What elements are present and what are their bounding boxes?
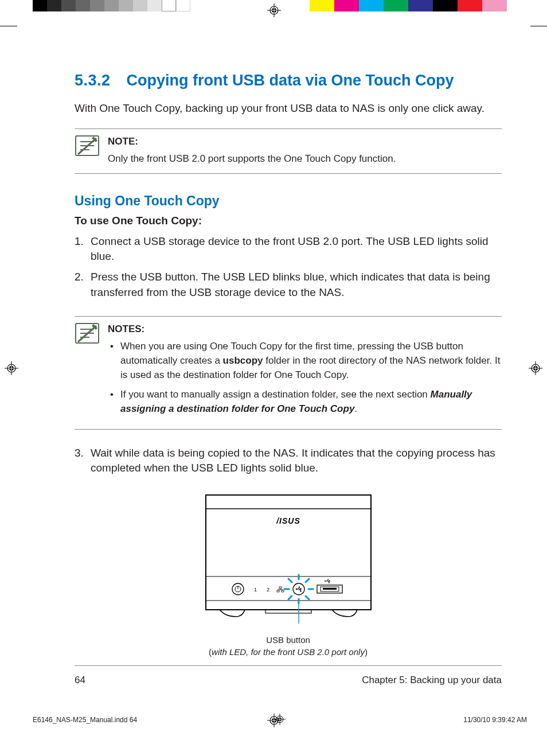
note-label: NOTE: bbox=[108, 135, 502, 149]
printer-grayscale-bar bbox=[33, 0, 205, 11]
slug-datetime: 11/30/10 9:39:42 AM bbox=[463, 716, 527, 724]
step-item: Connect a USB storage device to the fron… bbox=[75, 234, 502, 264]
note-icon bbox=[75, 135, 100, 158]
notes-bullet: When you are using One Touch Copy for th… bbox=[108, 340, 502, 382]
notes-label: NOTES: bbox=[108, 322, 502, 337]
registration-mark-icon bbox=[274, 714, 286, 727]
section-number: 5.3.2 bbox=[75, 72, 111, 89]
callout-subtitle: with LED, for the front USB 2.0 port onl… bbox=[212, 647, 365, 657]
illustration-callout: USB button (with LED, for the front USB … bbox=[75, 634, 502, 658]
print-slug: E6146_NAS-M25_Manual.indd 64 11/30/10 9:… bbox=[33, 716, 527, 724]
registration-mark-icon bbox=[5, 361, 18, 375]
note-block: NOTE: Only the front USB 2.0 port suppor… bbox=[75, 128, 502, 174]
device-illustration: /ISUS 1 2 bbox=[202, 492, 374, 623]
slug-filename: E6146_NAS-M25_Manual.indd 64 bbox=[33, 716, 137, 724]
callout-title: USB button bbox=[75, 634, 502, 646]
registration-mark-icon bbox=[267, 3, 281, 17]
steps-list: Connect a USB storage device to the fron… bbox=[75, 234, 502, 300]
chapter-label: Chapter 5: Backing up your data bbox=[362, 675, 502, 686]
page-content: 5.3.2Copying front USB data via One Touc… bbox=[75, 72, 502, 658]
page-number: 64 bbox=[75, 675, 85, 686]
steps-list-continued: Wait while data is being copied to the N… bbox=[75, 446, 502, 476]
note-text: Only the front USB 2.0 port supports the… bbox=[108, 152, 502, 166]
registration-mark-icon bbox=[529, 361, 542, 375]
svg-text:2: 2 bbox=[267, 587, 269, 593]
svg-text:/ISUS: /ISUS bbox=[276, 516, 300, 525]
footer-rule bbox=[75, 665, 502, 666]
printer-color-bar bbox=[310, 0, 532, 11]
svg-rect-72 bbox=[323, 588, 337, 590]
notes-bullet: If you want to manually assign a destina… bbox=[108, 388, 502, 416]
subsection-heading: Using One Touch Copy bbox=[75, 193, 502, 209]
section-heading: 5.3.2Copying front USB data via One Touc… bbox=[75, 72, 502, 89]
crop-mark bbox=[0, 26, 17, 26]
svg-rect-67 bbox=[327, 579, 329, 580]
page-footer: 64 Chapter 5: Backing up your data bbox=[75, 675, 502, 686]
step-item: Wait while data is being copied to the N… bbox=[75, 446, 502, 476]
svg-text:1: 1 bbox=[254, 587, 257, 593]
crop-mark bbox=[530, 26, 547, 26]
section-title: Copying front USB data via One Touch Cop… bbox=[127, 72, 454, 89]
notes-block: NOTES: When you are using One Touch Copy… bbox=[75, 316, 502, 430]
svg-point-69 bbox=[329, 582, 330, 583]
intro-paragraph: With One Touch Copy, backing up your fro… bbox=[75, 101, 502, 116]
svg-rect-32 bbox=[206, 495, 371, 610]
svg-rect-53 bbox=[299, 587, 300, 588]
instruction-label: To use One Touch Copy: bbox=[75, 215, 502, 227]
note-icon bbox=[75, 322, 100, 345]
svg-point-55 bbox=[300, 590, 301, 591]
step-item: Press the USB button. The USB LED blinks… bbox=[75, 270, 502, 299]
device-illustration-wrap: /ISUS 1 2 bbox=[75, 492, 502, 658]
